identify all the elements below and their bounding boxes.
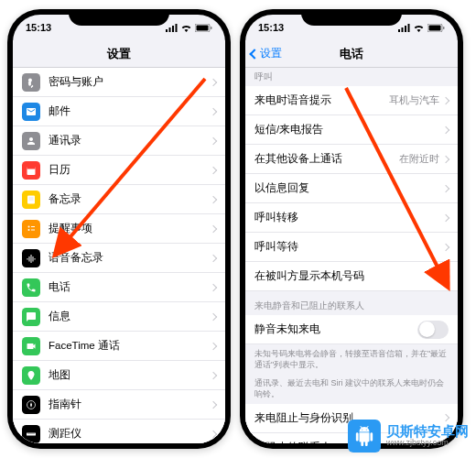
phone-row[interactable]: 在其他设备上通话 在附近时 (245, 145, 458, 174)
nav-bar: 设置 电话 (245, 40, 458, 68)
settings-row-message[interactable]: 信息 (13, 302, 225, 332)
svg-rect-6 (211, 27, 212, 29)
wifi-icon (413, 24, 425, 32)
row-value: 在附近时 (399, 152, 439, 166)
status-time: 15:13 (26, 22, 51, 33)
settings-row-phone[interactable]: 电话 (13, 273, 225, 302)
phone-right: 15:13 设置 电话 呼叫 来电时语音提示 耳机与汽车 短信/来电报告 在 (240, 9, 463, 449)
nav-bar: 设置 (13, 40, 225, 68)
row-label: 地图 (49, 368, 211, 382)
settings-list[interactable]: 密码与账户 邮件 通讯录 日历 备忘录 提醒事项 语音备忘录 电话 信息 Fac… (13, 68, 225, 443)
battery-icon (195, 24, 212, 32)
chevron-right-icon (442, 155, 449, 162)
svg-rect-14 (31, 226, 35, 227)
maps-icon (22, 366, 40, 385)
svg-rect-30 (408, 24, 410, 32)
row-label: FaceTime 通话 (49, 339, 211, 353)
wifi-icon (180, 24, 192, 32)
chevron-left-icon (249, 49, 259, 59)
svg-rect-32 (429, 25, 441, 30)
settings-row-facetime[interactable]: FaceTime 通话 (13, 332, 225, 361)
chevron-right-icon (210, 107, 217, 114)
settings-row-key[interactable]: 密码与账户 (13, 68, 225, 97)
phone-row[interactable]: 呼叫等待 (245, 233, 458, 262)
svg-rect-3 (176, 24, 178, 32)
row-label: 短信/来电报告 (254, 123, 443, 136)
section-header-calls: 呼叫 (245, 68, 458, 86)
notes-icon (22, 191, 40, 209)
chevron-right-icon (210, 224, 217, 232)
svg-point-12 (28, 225, 30, 227)
chevron-right-icon (442, 125, 449, 133)
settings-row-calendar[interactable]: 日历 (13, 156, 225, 185)
calendar-icon (22, 161, 40, 180)
row-label: 指南针 (49, 398, 211, 411)
mail-icon (22, 103, 40, 121)
phone-row[interactable]: 呼叫转移 (245, 203, 458, 233)
screen-left: 15:13 设置 密码与账户 邮件 通讯录 日历 备忘录 (13, 15, 225, 443)
watermark-logo-icon (348, 420, 381, 453)
phone-left: 15:13 设置 密码与账户 邮件 通讯录 日历 备忘录 (7, 9, 231, 449)
phone-icon (22, 278, 40, 297)
svg-rect-8 (27, 167, 36, 169)
row-label: 在被叫方显示本机号码 (254, 269, 443, 283)
notch (301, 9, 402, 26)
chevron-right-icon (210, 78, 217, 85)
reminders-icon (22, 220, 40, 238)
row-label: 电话 (49, 280, 211, 294)
chevron-right-icon (210, 136, 217, 144)
settings-row-measure[interactable]: 测距仪 (13, 420, 225, 443)
phone-row[interactable]: 短信/来电报告 (245, 115, 458, 145)
row-label: 提醒事项 (49, 222, 211, 235)
settings-row-reminders[interactable]: 提醒事项 (13, 214, 225, 244)
battery-icon (427, 24, 445, 32)
row-label: 通讯录 (49, 134, 211, 147)
phone-row[interactable]: 在被叫方显示本机号码 (245, 262, 458, 291)
phone-row[interactable]: 来电时语音提示 耳机与汽车 (245, 86, 458, 115)
settings-row-compass[interactable]: 指南针 (13, 390, 225, 420)
silence-toggle[interactable] (417, 321, 449, 339)
status-indicators (166, 24, 212, 32)
chevron-right-icon (442, 213, 449, 221)
settings-row-mail[interactable]: 邮件 (13, 97, 225, 126)
chevron-right-icon (210, 166, 217, 173)
chevron-right-icon (210, 342, 217, 349)
svg-rect-27 (398, 29, 400, 32)
chevron-right-icon (442, 272, 449, 279)
row-label: 日历 (49, 163, 211, 177)
facetime-icon (22, 337, 40, 355)
settings-row-contacts[interactable]: 通讯录 (13, 126, 225, 156)
settings-row-voice[interactable]: 语音备忘录 (13, 244, 225, 273)
voice-icon (22, 249, 40, 267)
svg-rect-2 (172, 26, 174, 32)
svg-rect-0 (166, 29, 168, 32)
row-label: 在其他设备上通话 (254, 152, 399, 166)
chevron-right-icon (210, 195, 217, 202)
row-label: 测距仪 (49, 427, 211, 441)
svg-rect-17 (27, 432, 36, 435)
svg-rect-1 (169, 27, 171, 32)
status-indicators (398, 24, 445, 32)
svg-rect-29 (405, 26, 406, 32)
message-icon (22, 308, 40, 326)
row-value: 耳机与汽车 (389, 93, 439, 107)
settings-row-maps[interactable]: 地图 (13, 361, 225, 390)
row-label: 以信息回复 (254, 181, 443, 195)
back-button[interactable]: 设置 (245, 46, 282, 61)
section-footer: 通讯录、最近去电和 Siri 建议中的联系人来电时仍会响铃。 (245, 374, 458, 403)
chevron-right-icon (210, 254, 217, 261)
phone-settings-list[interactable]: 呼叫 来电时语音提示 耳机与汽车 短信/来电报告 在其他设备上通话 在附近时 以… (245, 68, 458, 443)
settings-row-notes[interactable]: 备忘录 (13, 185, 225, 214)
watermark-name: 贝斯特安卓网 (386, 424, 469, 440)
silence-unknown-row[interactable]: 静音未知来电 (245, 315, 458, 344)
signal-icon (398, 24, 410, 32)
row-label: 邮件 (49, 104, 211, 118)
chevron-right-icon (210, 430, 217, 437)
compass-icon (22, 396, 40, 414)
svg-rect-5 (197, 25, 209, 30)
row-label: 静音未知来电 (254, 322, 417, 336)
nav-title: 设置 (13, 46, 225, 62)
section-footer: 未知号码来电将会静音，转接至语音信箱，并在"最近通话"列表中显示。 (245, 344, 458, 374)
chevron-right-icon (442, 184, 449, 191)
phone-row[interactable]: 以信息回复 (245, 174, 458, 203)
